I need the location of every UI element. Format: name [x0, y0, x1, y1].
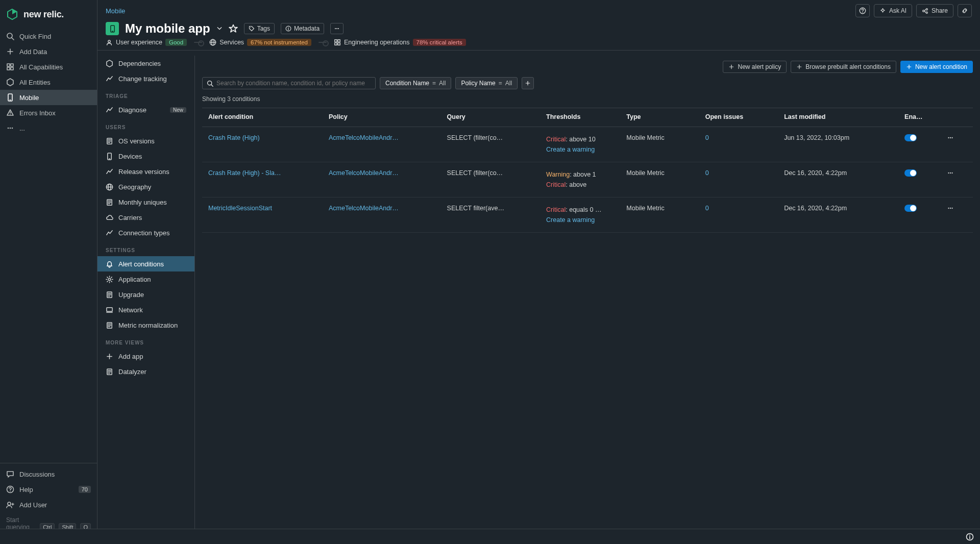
- enabled-toggle[interactable]: [904, 205, 917, 212]
- dots-icon: [334, 26, 340, 32]
- col-policy[interactable]: Policy: [323, 108, 441, 127]
- subnav-release-versions[interactable]: Release versions: [97, 164, 194, 179]
- share-button[interactable]: Share: [916, 4, 953, 17]
- open-issues-link[interactable]: 0: [705, 134, 709, 141]
- browse-prebuilt-button[interactable]: Browse prebuilt alert conditions: [791, 61, 896, 73]
- nav-help[interactable]: Help70: [0, 482, 97, 497]
- subnav-label: Dependencies: [118, 60, 161, 67]
- info-icon[interactable]: [966, 533, 974, 541]
- threshold-line[interactable]: Create a warning: [546, 215, 614, 225]
- col-query[interactable]: Query: [441, 108, 540, 127]
- subnav-diagnose[interactable]: DiagnoseNew: [97, 102, 194, 117]
- open-issues-link[interactable]: 0: [705, 169, 709, 177]
- subnav-alert-conditions[interactable]: Alert conditions: [97, 256, 194, 271]
- phone-icon: [109, 25, 116, 33]
- table-header-row: Alert condition Policy Query Thresholds …: [202, 108, 973, 127]
- breadcrumb-root[interactable]: Mobile: [106, 7, 125, 15]
- favorite-star-icon[interactable]: [229, 24, 238, 33]
- open-issues-link[interactable]: 0: [705, 205, 709, 212]
- subnav-chip: New: [170, 107, 186, 113]
- condition-name-filter[interactable]: Condition Name = All: [380, 77, 451, 89]
- add-filter-button[interactable]: [522, 77, 534, 89]
- subnav-change-tracking[interactable]: Change tracking: [97, 71, 194, 86]
- bell-icon: [106, 260, 113, 268]
- gear-icon: [106, 276, 113, 283]
- subnav-carriers[interactable]: Carriers: [97, 210, 194, 225]
- ask-ai-button[interactable]: Ask AI: [874, 4, 912, 17]
- network-icon: [106, 306, 113, 314]
- subnav-dependencies[interactable]: Dependencies: [97, 56, 194, 71]
- col-enabled[interactable]: Ena…: [898, 108, 941, 127]
- row-menu-icon[interactable]: [947, 134, 954, 141]
- row-menu-icon[interactable]: [947, 205, 954, 212]
- meta-user-experience[interactable]: User experience Good: [106, 39, 187, 46]
- nav-mobile[interactable]: Mobile: [0, 90, 97, 105]
- subnav-devices[interactable]: Devices: [97, 149, 194, 164]
- col-type[interactable]: Type: [620, 108, 699, 127]
- nav-add-data[interactable]: Add Data: [0, 44, 97, 59]
- policy-link[interactable]: AcmeTelcoMobileAndr…: [329, 205, 399, 212]
- col-thresholds[interactable]: Thresholds: [540, 108, 620, 127]
- subnav-network[interactable]: Network: [97, 302, 194, 317]
- enabled-toggle[interactable]: [904, 169, 917, 177]
- threshold-line: Critical: above: [546, 180, 614, 190]
- subnav-upgrade[interactable]: Upgrade: [97, 287, 194, 302]
- permalink-button[interactable]: [958, 4, 972, 17]
- nav-quick-find[interactable]: Quick Find: [0, 29, 97, 44]
- nav-badge: 70: [79, 486, 91, 493]
- row-menu-icon[interactable]: [947, 169, 954, 177]
- col-alert-condition[interactable]: Alert condition: [202, 108, 323, 127]
- subnav-application[interactable]: Application: [97, 271, 194, 287]
- title-chevron-down-icon[interactable]: [216, 26, 223, 32]
- meta-services[interactable]: Services 67% not instrumented: [209, 39, 311, 46]
- alert-link[interactable]: Crash Rate (High): [208, 134, 260, 141]
- new-alert-condition-button[interactable]: New alert condition: [900, 61, 973, 73]
- subnav-datalyzer[interactable]: Datalyzer: [97, 364, 194, 379]
- threshold-line[interactable]: Create a warning: [546, 144, 614, 155]
- subnav-label: Devices: [118, 153, 142, 160]
- nav-all-capabilities[interactable]: All Capabilities: [0, 59, 97, 75]
- tags-pill[interactable]: Tags: [244, 23, 275, 34]
- subnav-os-versions[interactable]: OS versions: [97, 133, 194, 149]
- new-alert-policy-button[interactable]: New alert policy: [723, 61, 787, 73]
- device-icon: [106, 153, 113, 160]
- nav-discussions[interactable]: Discussions: [0, 466, 97, 482]
- subnav-metric-normalization[interactable]: Metric normalization: [97, 317, 194, 333]
- alert-link[interactable]: Crash Rate (High) - Sla…: [208, 169, 281, 177]
- nav-add-user[interactable]: Add User: [0, 497, 97, 512]
- cell-open: 0: [699, 162, 778, 197]
- alert-link[interactable]: MetricIdleSessionStart: [208, 205, 272, 212]
- subnav-connection-types[interactable]: Connection types: [97, 225, 194, 240]
- policy-link[interactable]: AcmeTelcoMobileAndr…: [329, 169, 399, 177]
- col-open-issues[interactable]: Open issues: [699, 108, 778, 127]
- cell-thresholds: Critical: equals 0 …Create a warning: [540, 197, 620, 232]
- tag-icon: [249, 26, 255, 32]
- nav-all-entities[interactable]: All Entities: [0, 75, 97, 90]
- col-last-modified[interactable]: Last modified: [778, 108, 898, 127]
- plus-icon: [6, 47, 14, 56]
- metadata-pill[interactable]: Metadata: [281, 23, 324, 34]
- policy-name-filter[interactable]: Policy Name = All: [455, 77, 518, 89]
- policy-link[interactable]: AcmeTelcoMobileAndr…: [329, 134, 399, 141]
- help-icon-button[interactable]: [855, 4, 870, 17]
- search-input-wrap[interactable]: [202, 77, 376, 89]
- nav-errors-inbox[interactable]: Errors Inbox: [0, 105, 97, 120]
- header-more-button[interactable]: [330, 23, 344, 34]
- new-policy-label: New alert policy: [738, 63, 781, 70]
- cell-thresholds: Critical: above 10Create a warning: [540, 127, 620, 162]
- search-input[interactable]: [216, 80, 371, 87]
- nav-more[interactable]: ...: [0, 120, 97, 136]
- conditions-table-wrap[interactable]: Alert condition Policy Query Thresholds …: [202, 108, 973, 529]
- enabled-toggle[interactable]: [904, 134, 917, 141]
- cell-open: 0: [699, 127, 778, 162]
- meta-eng-ops[interactable]: Engineering operations 78% critical aler…: [334, 39, 466, 46]
- cell-alert: Crash Rate (High) - Sla…: [202, 162, 323, 197]
- metric-icon: [106, 322, 113, 329]
- subnav-geography[interactable]: Geography: [97, 179, 194, 194]
- tags-label: Tags: [257, 25, 270, 32]
- subnav-section-label: USERS: [97, 117, 194, 133]
- subnav-add-app[interactable]: Add app: [97, 349, 194, 364]
- upgrade-icon: [106, 291, 113, 299]
- logo[interactable]: new relic.: [0, 0, 97, 29]
- subnav-monthly-uniques[interactable]: Monthly uniques: [97, 194, 194, 210]
